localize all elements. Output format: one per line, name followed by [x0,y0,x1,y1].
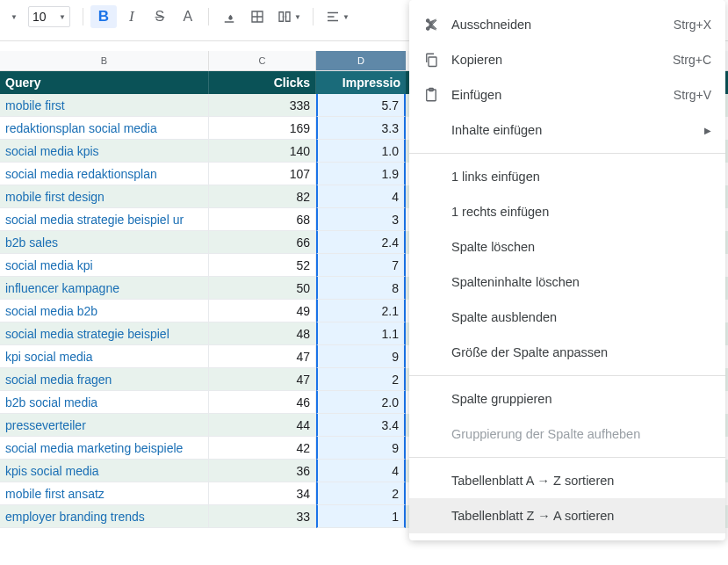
menu-group-col[interactable]: Spalte gruppieren [409,381,725,417]
cell-clicks[interactable]: 107 [209,163,316,185]
separator [83,8,83,25]
cell-impressions[interactable]: 1.9 [316,163,406,185]
cell-query[interactable]: mobile first ansatz [0,482,209,505]
strikethrough-button[interactable]: S [147,5,173,28]
cell-query[interactable]: redaktionsplan social media [0,117,209,140]
cell-query[interactable]: b2b social media [0,391,209,414]
menu-delete-col[interactable]: Spalte löschen [409,229,725,264]
header-clicks[interactable]: Clicks [209,71,316,94]
cell-impressions[interactable]: 9 [316,437,406,460]
menu-label: Spalte ausblenden [423,310,711,324]
cell-clicks[interactable]: 169 [209,117,316,140]
cell-query[interactable]: social media marketing beispiele [0,437,209,460]
cell-query[interactable]: social media strategie beispiel [0,322,209,345]
font-family-dropdown[interactable]: ▼ [4,11,21,23]
borders-button[interactable] [244,5,270,28]
italic-button[interactable]: I [119,5,145,28]
menu-cut[interactable]: Ausschneiden Strg+X [409,7,725,42]
cell-clicks[interactable]: 44 [209,414,316,437]
fill-icon [221,9,237,25]
cell-clicks[interactable]: 66 [209,231,316,254]
cell-impressions[interactable]: 1.0 [316,140,406,163]
cell-impressions[interactable]: 2.4 [316,231,406,254]
cell-query[interactable]: employer branding trends [0,505,209,528]
cell-impressions[interactable]: 3.3 [316,117,406,140]
cell-impressions[interactable]: 9 [316,345,406,368]
shortcut: Strg+X [674,18,711,32]
cell-impressions[interactable]: 2 [316,482,406,505]
col-header-c[interactable]: C [209,51,316,70]
menu-separator [409,153,725,154]
cell-impressions[interactable]: 4 [316,460,406,482]
menu-label: 1 rechts einfügen [423,205,711,219]
cell-clicks[interactable]: 140 [209,140,316,163]
menu-ungroup-col[interactable]: Gruppierung der Spalte aufheben [409,417,725,452]
menu-copy[interactable]: Kopieren Strg+C [409,42,725,77]
menu-label: Ausschneiden [451,18,674,32]
cell-query[interactable]: influencer kampagne [0,277,209,300]
cell-clicks[interactable]: 82 [209,185,316,208]
cell-query[interactable]: mobile first [0,94,209,117]
cell-query[interactable]: social media b2b [0,300,209,322]
cell-impressions[interactable]: 8 [316,277,406,300]
cell-query[interactable]: social media redaktionsplan [0,163,209,185]
cell-clicks[interactable]: 46 [209,391,316,414]
cell-clicks[interactable]: 34 [209,482,316,505]
cell-clicks[interactable]: 338 [209,94,316,117]
cell-query[interactable]: social media strategie beispiel ur [0,208,209,231]
cell-query[interactable]: b2b sales [0,231,209,254]
menu-separator [409,457,725,458]
menu-paste[interactable]: Einfügen Strg+V [409,77,725,112]
cell-impressions[interactable]: 1.1 [316,322,406,345]
cell-query[interactable]: social media fragen [0,368,209,391]
col-header-b[interactable]: B [0,51,209,70]
cell-impressions[interactable]: 2 [316,368,406,391]
cell-clicks[interactable]: 49 [209,300,316,322]
col-header-d[interactable]: D [316,51,406,70]
cell-impressions[interactable]: 4 [316,185,406,208]
cell-impressions[interactable]: 3 [316,208,406,231]
font-size-input[interactable]: 10▼ [28,6,70,27]
cell-clicks[interactable]: 47 [209,345,316,368]
cell-clicks[interactable]: 42 [209,437,316,460]
cell-clicks[interactable]: 52 [209,254,316,277]
fill-color-button[interactable] [216,5,242,28]
cell-impressions[interactable]: 3.4 [316,414,406,437]
menu-label: Inhalte einfügen [423,123,704,137]
cell-query[interactable]: social media kpi [0,254,209,277]
cell-clicks[interactable]: 50 [209,277,316,300]
merge-button[interactable]: ▼ [272,5,306,28]
cell-query[interactable]: presseverteiler [0,414,209,437]
menu-paste-special[interactable]: Inhalte einfügen ▶ [409,112,725,148]
cell-clicks[interactable]: 47 [209,368,316,391]
cell-clicks[interactable]: 36 [209,460,316,482]
cell-query[interactable]: kpis social media [0,460,209,482]
header-query[interactable]: Query [0,71,209,94]
menu-resize-col[interactable]: Größe der Spalte anpassen [409,335,725,370]
cell-query[interactable]: mobile first design [0,185,209,208]
menu-label: 1 links einfügen [423,170,711,184]
cell-impressions[interactable]: 7 [316,254,406,277]
menu-insert-right[interactable]: 1 rechts einfügen [409,194,725,229]
menu-label: Kopieren [451,53,673,67]
separator [208,8,209,25]
cell-impressions[interactable]: 2.0 [316,391,406,414]
cell-clicks[interactable]: 33 [209,505,316,528]
cell-impressions[interactable]: 1 [316,505,406,528]
cell-clicks[interactable]: 68 [209,208,316,231]
menu-insert-left[interactable]: 1 links einfügen [409,159,725,194]
text-color-button[interactable]: A [175,5,201,28]
header-impressions[interactable]: Impressio [316,71,406,94]
align-button[interactable]: ▼ [321,5,354,28]
cell-query[interactable]: social media kpis [0,140,209,163]
svg-rect-2 [429,57,436,67]
menu-sort-az[interactable]: Tabellenblatt A → Z sortieren [409,463,725,498]
cell-clicks[interactable]: 48 [209,322,316,345]
cell-impressions[interactable]: 2.1 [316,300,406,322]
menu-sort-za[interactable]: Tabellenblatt Z → A sortieren [409,498,725,533]
cell-query[interactable]: kpi social media [0,345,209,368]
cell-impressions[interactable]: 5.7 [316,94,406,117]
bold-button[interactable]: B [90,5,117,28]
menu-hide-col[interactable]: Spalte ausblenden [409,300,725,335]
menu-clear-col[interactable]: Spalteninhalte löschen [409,264,725,300]
